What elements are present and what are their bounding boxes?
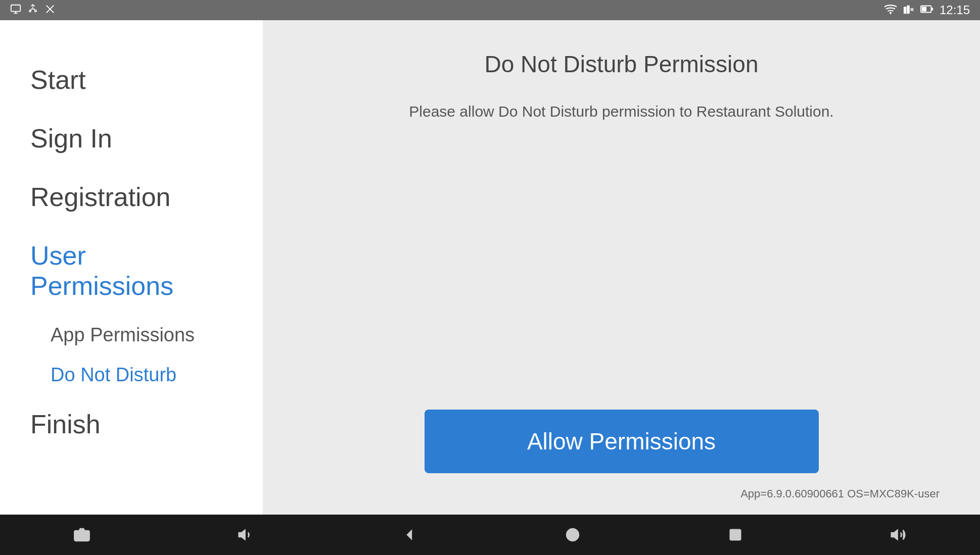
svg-rect-12 xyxy=(931,8,933,11)
svg-marker-16 xyxy=(407,531,411,539)
sidebar-item-user-permissions[interactable]: User Permissions xyxy=(30,226,232,315)
display-icon xyxy=(10,4,21,17)
sidebar-item-registration[interactable]: Registration xyxy=(30,168,232,226)
sidebar: Start Sign In Registration User Permissi… xyxy=(0,20,263,515)
version-info: App=6.9.0.60900661 OS=MXC89K-user xyxy=(303,483,940,504)
svg-rect-0 xyxy=(11,5,20,11)
svg-rect-18 xyxy=(730,530,741,540)
allow-permissions-button[interactable]: Allow Permissions xyxy=(425,410,819,473)
recents-icon[interactable] xyxy=(728,528,742,542)
content-area: Do Not Disturb Permission Please allow D… xyxy=(263,20,980,515)
volume-up-icon[interactable] xyxy=(890,527,906,543)
svg-point-14 xyxy=(79,533,85,538)
back-icon[interactable] xyxy=(401,527,417,543)
usb-icon xyxy=(27,4,38,17)
home-icon[interactable] xyxy=(565,527,581,543)
svg-marker-15 xyxy=(239,530,245,540)
svg-point-5 xyxy=(890,12,892,14)
battery-icon xyxy=(920,4,934,17)
sidebar-item-finish[interactable]: Finish xyxy=(30,395,232,453)
wifi-icon xyxy=(884,4,897,17)
button-area: Allow Permissions xyxy=(303,410,940,483)
svg-marker-19 xyxy=(892,530,898,540)
sidebar-subitem-app-permissions[interactable]: App Permissions xyxy=(30,315,232,355)
svg-rect-7 xyxy=(907,6,909,13)
bottom-nav-bar xyxy=(0,515,980,555)
sidebar-item-sign-in[interactable]: Sign In xyxy=(30,109,232,168)
description-text: Please allow Do Not Disturb permission t… xyxy=(303,103,940,120)
status-left-icons xyxy=(10,4,56,17)
svg-point-17 xyxy=(567,529,579,541)
main-area: Start Sign In Registration User Permissi… xyxy=(0,20,980,515)
status-bar: 12:15 xyxy=(0,0,980,20)
close-status-icon xyxy=(44,4,56,17)
svg-rect-11 xyxy=(922,7,926,11)
signal-x-icon xyxy=(903,4,914,17)
sidebar-item-start[interactable]: Start xyxy=(30,51,232,109)
svg-rect-6 xyxy=(904,7,906,13)
content-body xyxy=(303,120,940,410)
page-title: Do Not Disturb Permission xyxy=(303,51,940,78)
sidebar-subitem-do-not-disturb[interactable]: Do Not Disturb xyxy=(30,355,232,395)
volume-down-icon[interactable] xyxy=(238,527,254,543)
time-display: 12:15 xyxy=(940,3,970,17)
status-right-icons: 12:15 xyxy=(884,3,970,17)
camera-icon[interactable] xyxy=(74,527,90,543)
